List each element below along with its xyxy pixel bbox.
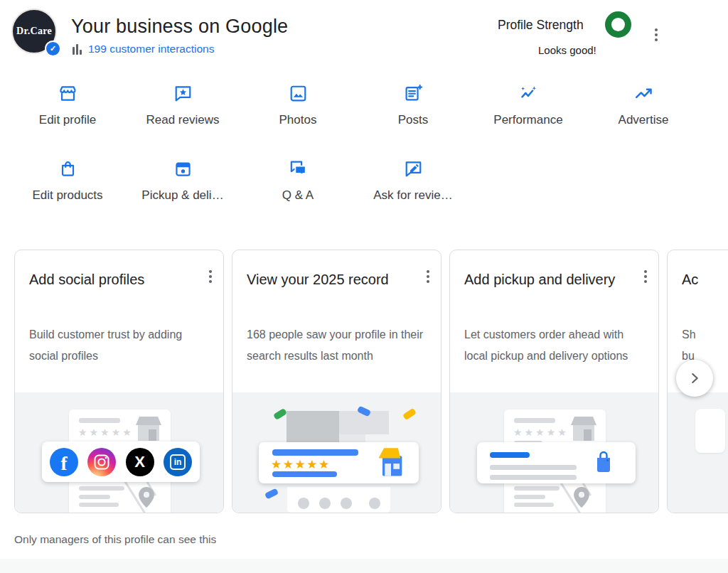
action-label: Read reviews <box>146 113 220 127</box>
x-icon: X <box>126 448 154 476</box>
card-title: Add pickup and delivery <box>464 267 615 291</box>
profile-strength-status: Looks good! <box>538 44 596 56</box>
map-pin-icon <box>139 487 154 508</box>
confetti <box>273 408 287 420</box>
action-edit-profile[interactable]: Edit profile <box>10 75 125 127</box>
action-label: Edit profile <box>39 113 96 127</box>
page-title: Your business on Google <box>71 16 288 38</box>
action-label: Performance <box>493 113 562 127</box>
chat-bubbles-icon <box>288 159 309 179</box>
action-label: Pickup & deli… <box>141 188 223 203</box>
action-label: Photos <box>279 113 317 127</box>
card-title: Add social profiles <box>29 267 144 291</box>
avatar-text: Dr.Care <box>16 26 52 37</box>
action-label: Edit products <box>32 188 102 203</box>
gray-stars: ★★★★★ <box>513 427 569 438</box>
map-pin-icon <box>574 487 589 508</box>
card-overflow-menu-button[interactable] <box>206 267 215 286</box>
business-profile-page: Dr.Care ✓ Your business on Google 199 cu… <box>0 0 728 573</box>
card-overflow-menu-button[interactable] <box>641 267 650 286</box>
confetti <box>402 408 417 421</box>
recommendation-cards: Add social profiles Build customer trust… <box>0 250 728 514</box>
action-performance[interactable]: Performance <box>471 75 586 127</box>
header-overflow-menu-button[interactable] <box>652 26 660 44</box>
rate-review-icon <box>173 83 193 104</box>
chevron-right-icon <box>687 370 702 386</box>
action-posts[interactable]: Posts <box>355 75 471 127</box>
confetti <box>264 488 279 500</box>
facebook-icon: f <box>50 448 78 476</box>
action-label: Advertise <box>619 113 669 127</box>
action-ask-for-reviews[interactable]: Ask for revie… <box>355 150 471 203</box>
profile-strength-donut-icon[interactable] <box>605 11 631 38</box>
card-illustration: ★★★★★ <box>15 392 223 513</box>
card-illustration: ★★★★★ <box>450 392 658 513</box>
card-title: View your 2025 record <box>247 267 389 291</box>
orange-stars: ★★★★★ <box>271 457 331 472</box>
action-photos[interactable]: Photos <box>240 75 355 127</box>
linkedin-icon: in <box>164 448 192 476</box>
storefront-icon <box>58 83 78 104</box>
action-label: Q & A <box>282 188 314 203</box>
card-title: Ac <box>682 267 698 291</box>
calendar-icon <box>173 159 193 179</box>
interactions-row: 199 customer interactions <box>73 43 214 55</box>
verified-badge-icon: ✓ <box>45 41 61 57</box>
action-qa[interactable]: Q & A <box>240 150 355 203</box>
scroll-right-button[interactable] <box>676 360 713 397</box>
business-avatar[interactable]: Dr.Care ✓ <box>11 9 57 54</box>
performance-icon <box>518 83 539 104</box>
post-add-icon <box>403 83 424 104</box>
card-body-text: Let customers order ahead with local pic… <box>464 324 642 367</box>
card-overflow-menu-button[interactable] <box>424 267 432 286</box>
bar-chart-icon <box>73 45 82 55</box>
card-illustration: ★★★★★ <box>232 392 441 513</box>
review-pencil-icon <box>403 159 424 179</box>
trending-up-icon <box>633 83 654 104</box>
mock-result-card: ★★★★★ <box>259 442 419 483</box>
card-view-2025-record[interactable]: View your 2025 record 168 people saw you… <box>232 250 441 513</box>
managers-only-note: Only managers of this profile can see th… <box>14 533 216 546</box>
pickup-overlay-card <box>477 442 636 483</box>
action-advertise[interactable]: Advertise <box>586 75 701 127</box>
card-add-pickup-delivery[interactable]: Add pickup and delivery Let customers or… <box>449 250 659 513</box>
shopping-bag-icon <box>58 159 78 179</box>
profile-strength-label: Profile Strength <box>498 18 584 33</box>
action-label: Posts <box>398 113 429 127</box>
photo-icon <box>288 83 309 104</box>
gray-storefront-icon <box>134 415 163 442</box>
action-edit-products[interactable]: Edit products <box>10 150 125 203</box>
action-pickup-delivery[interactable]: Pickup & deli… <box>125 150 240 203</box>
quick-actions: Edit profile Read reviews Photos Posts <box>10 75 701 203</box>
instagram-icon <box>87 448 116 476</box>
gray-stars: ★★★★★ <box>78 427 134 438</box>
action-read-reviews[interactable]: Read reviews <box>125 75 240 127</box>
action-label: Ask for revie… <box>373 188 452 203</box>
gray-storefront-icon <box>569 415 598 442</box>
card-add-social-profiles[interactable]: Add social profiles Build customer trust… <box>14 250 224 513</box>
customer-interactions-link[interactable]: 199 customer interactions <box>88 43 214 55</box>
card-body-text: 168 people saw your profile in their sea… <box>247 324 424 367</box>
card-illustration <box>668 392 728 513</box>
blue-storefront-icon <box>377 446 405 479</box>
shopping-bag-blue-icon <box>594 448 614 476</box>
next-section-strip <box>0 559 728 573</box>
social-icons-pill: f X in <box>42 441 200 482</box>
card-body-text: Build customer trust by adding social pr… <box>29 324 207 367</box>
